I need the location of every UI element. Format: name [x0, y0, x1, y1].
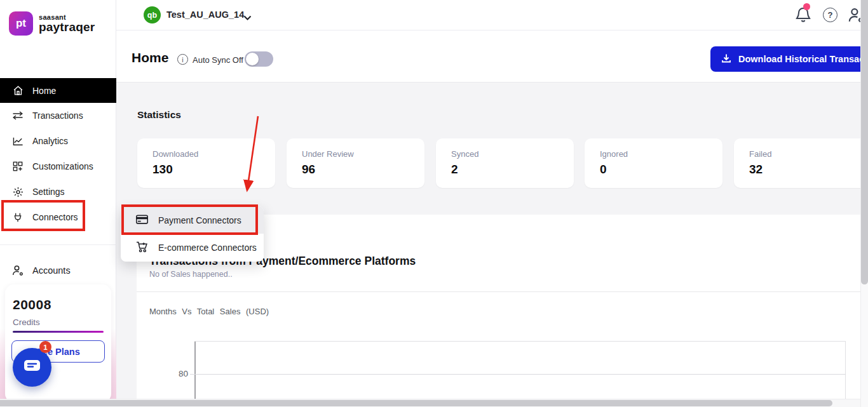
sidebar-item-connectors[interactable]: Connectors: [0, 204, 116, 230]
stat-card-under-review: Under Review 96: [287, 138, 424, 188]
page-header: Home i Auto Sync Off Download Historical…: [116, 30, 868, 83]
statistics-title: Statistics: [137, 109, 181, 121]
auto-sync-label: Auto Sync Off: [193, 55, 243, 65]
chat-unread-badge: 1: [39, 341, 51, 353]
menu-item-payment-connectors[interactable]: Payment Connectors: [121, 206, 264, 234]
chat-message-icon: [24, 359, 41, 376]
sidebar-item-customizations[interactable]: Customizations: [0, 154, 116, 179]
menu-item-label: E-commerce Connectors: [158, 243, 257, 253]
sidebar-item-label: Connectors: [32, 212, 78, 222]
help-glyph: ?: [828, 10, 833, 20]
toggle-knob: [246, 53, 259, 65]
menu-item-label: Payment Connectors: [158, 215, 241, 225]
brand-name-paytraqer: paytraqer: [39, 20, 95, 34]
stat-card-ignored: Ignored 0: [585, 138, 722, 188]
sidebar-item-home[interactable]: Home: [0, 78, 116, 103]
stat-value: 0: [600, 163, 607, 177]
stat-label: Synced: [451, 149, 478, 159]
paytraqer-logo-icon: pt: [9, 11, 33, 36]
accounts-user-gear-icon: [11, 264, 24, 277]
sidebar-divider: [0, 244, 116, 245]
top-bar: qb Test_AU_AUG_14 ?: [116, 0, 868, 30]
app-logo: pt saasant paytraqer: [9, 11, 95, 36]
stat-card-synced: Synced 2: [436, 138, 574, 188]
horizontal-scrollbar-thumb[interactable]: [0, 400, 832, 406]
settings-icon: [11, 185, 24, 198]
stat-label: Ignored: [600, 149, 628, 159]
quickbooks-icon[interactable]: qb: [144, 6, 161, 23]
menu-item-ecommerce-connectors[interactable]: E-commerce Connectors: [121, 234, 264, 262]
connectors-icon: [11, 211, 24, 224]
sidebar-item-label: Customizations: [32, 161, 93, 171]
analytics-icon: [11, 135, 24, 147]
help-icon[interactable]: ?: [823, 8, 837, 22]
chart-y-axis: [194, 341, 196, 399]
sidebar-item-transactions[interactable]: Transactions: [0, 103, 116, 128]
credits-value: 20008: [13, 297, 51, 312]
cart-plus-icon: [136, 241, 148, 255]
sidebar: pt saasant paytraqer Home Transactions A…: [0, 0, 116, 407]
company-selector[interactable]: Test_AU_AUG_14: [166, 10, 244, 20]
sidebar-item-accounts[interactable]: Accounts: [11, 264, 71, 277]
stat-label: Failed: [749, 149, 771, 159]
chevron-down-icon[interactable]: [243, 12, 252, 23]
vertical-scrollbar-thumb[interactable]: [861, 0, 868, 284]
chart-y-tick-label: 80: [172, 369, 188, 378]
credit-card-icon: [136, 215, 148, 226]
chat-widget-button[interactable]: [13, 348, 51, 387]
stat-label: Downloaded: [153, 149, 198, 159]
notification-dot: [803, 3, 810, 10]
sidebar-item-label: Transactions: [32, 110, 83, 121]
chart-plot-right-border: [845, 341, 846, 399]
credits-label: Credits: [13, 317, 40, 327]
sidebar-item-label: Settings: [32, 187, 65, 197]
credits-card: 20008 Credits See Plans: [5, 284, 111, 403]
customizations-icon: [11, 160, 24, 173]
chart-plot-top-border: [194, 341, 846, 342]
connectors-dropdown-menu: Payment Connectors E-commerce Connectors: [121, 206, 264, 262]
auto-sync-toggle[interactable]: [245, 51, 273, 67]
sidebar-item-label: Home: [32, 86, 56, 96]
info-glyph: i: [182, 56, 183, 63]
stat-value: 2: [451, 163, 458, 177]
sidebar-item-settings[interactable]: Settings: [0, 179, 116, 204]
credits-progress-bar: [13, 331, 104, 333]
page-title: Home: [132, 50, 168, 65]
download-button-label: Download Historical Transactions: [738, 54, 868, 64]
sidebar-item-label: Analytics: [32, 136, 68, 146]
stat-value: 32: [749, 163, 763, 177]
stat-value: 130: [153, 163, 173, 177]
download-icon: [721, 53, 731, 65]
sales-section-subtitle: No of Sales happened..: [149, 270, 233, 279]
accounts-label: Accounts: [32, 265, 71, 276]
stat-label: Under Review: [302, 149, 354, 159]
stat-card-failed: Failed 32: [734, 138, 868, 188]
stat-value: 96: [302, 163, 315, 177]
home-icon: [11, 84, 24, 97]
sales-panel-divider: [137, 291, 860, 292]
chart-axis-caption: Months Vs Total Sales (USD): [149, 307, 269, 316]
download-historical-transactions-button[interactable]: Download Historical Transactions: [710, 46, 868, 72]
info-icon[interactable]: i: [177, 54, 188, 65]
transactions-icon: [11, 109, 24, 122]
stat-card-downloaded: Downloaded 130: [137, 138, 275, 188]
sidebar-item-analytics[interactable]: Analytics: [0, 128, 116, 154]
chart-gridline-80: [190, 374, 846, 375]
